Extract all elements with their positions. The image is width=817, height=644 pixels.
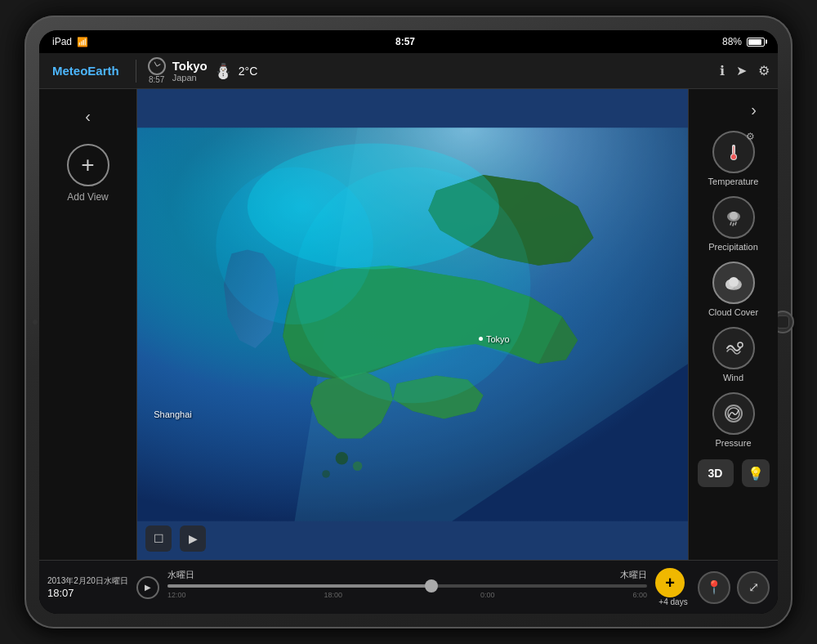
status-right: 88% [722,36,765,47]
map-bottom-controls: ☐ ▶ [145,525,206,552]
location-block: 8:57 Tokyo Japan ⛄ 2°C [148,57,712,84]
app-logo: MeteoEarth [47,64,124,78]
svg-line-16 [733,223,734,226]
next-button[interactable]: › [741,96,766,124]
wind-label: Wind [723,373,743,382]
days-label: +4 days [655,597,691,606]
play-icon: ▶ [145,583,151,592]
label-wednesday: 水曜日 [167,569,194,581]
timeline-ticks: 12:00 18:00 0:00 6:00 [167,591,647,599]
left-panel: ‹ + Add View [39,89,137,560]
map-svg [137,89,688,560]
logo-suffix: Earth [87,64,118,78]
battery-icon [747,38,765,47]
weather-option-cloud-cover[interactable]: Cloud Cover [697,258,770,320]
precipitation-icon [712,196,755,239]
timeline-slider[interactable] [167,584,647,588]
light-button[interactable]: 💡 [742,459,770,487]
add-view-button[interactable]: + Add View [67,144,109,203]
time-value: 18:07 [47,587,128,599]
pressure-icon [712,392,755,435]
timeline-labels: 水曜日 木曜日 [167,569,647,581]
play-button[interactable]: ▶ [136,576,159,599]
temperature-label: Temperature [708,177,759,186]
bottom-right-controls: 3D 💡 [690,459,778,487]
add-days-button[interactable]: + [655,568,685,597]
city-tokyo-label: Tokyo [486,334,510,344]
time-display: 2013年2月20日水曜日 18:07 [47,575,128,599]
map-area[interactable]: Tokyo Shanghai ☐ ▶ [137,89,688,560]
nav-divider [136,60,136,83]
svg-point-5 [322,470,330,478]
svg-point-4 [353,462,363,472]
cloud-cover-label: Cloud Cover [708,307,758,317]
weather-option-temperature[interactable]: ⚙ Temperature [697,127,770,190]
svg-point-21 [729,277,739,287]
pin-button[interactable]: 📍 [698,571,730,604]
clock-icon [148,57,166,75]
settings-button[interactable]: ⚙ [758,63,770,78]
status-left: iPad 📶 [52,36,88,47]
location-text: Tokyo Japan [172,59,208,83]
temperature: 2°C [239,65,258,78]
label-main-2: 木曜日 [620,569,647,581]
side-button[interactable] [33,320,38,324]
date-display: 2013年2月20日水曜日 [47,575,128,587]
cloud-cover-icon [712,262,755,304]
layers-button[interactable]: ☐ [145,525,172,552]
svg-point-22 [738,342,743,347]
gear-icon-temperature: ⚙ [746,131,755,142]
city-shanghai-label: Shanghai [154,409,192,419]
battery-percent: 88% [722,36,742,47]
tick-0: 0:00 [480,591,495,599]
city-name: Tokyo [172,59,208,73]
weather-icon: ⛄ [214,62,232,80]
precipitation-label: Precipitation [708,242,758,252]
nav-icons: ℹ ➤ ⚙ [720,63,770,78]
svg-line-15 [730,222,731,225]
nav-time: 8:57 [149,75,164,84]
svg-point-14 [730,212,738,220]
main-content: ‹ + Add View [39,89,778,560]
status-bar: iPad 📶 8:57 88% [39,30,778,53]
ipad-frame: iPad 📶 8:57 88% MeteoEarth 8:57 [25,16,792,628]
back-button[interactable]: ‹ [75,102,100,131]
top-nav: MeteoEarth 8:57 Tokyo Japan ⛄ 2°C ℹ [39,53,778,89]
city-shanghai: Shanghai [154,409,192,419]
logo-prefix: Meteo [52,64,87,78]
expand-button[interactable]: ⤢ [737,571,770,604]
add-view-label: Add View [67,191,108,203]
info-button[interactable]: ℹ [720,63,725,78]
temperature-icon: ⚙ [712,131,755,173]
timeline-track[interactable]: 水曜日 木曜日 12:00 18:00 0:00 6:00 [167,569,647,606]
ipad-label: iPad [52,36,72,47]
ipad-screen: iPad 📶 8:57 88% MeteoEarth 8:57 [39,30,778,614]
wifi-icon: 📶 [77,37,88,47]
weather-option-precipitation[interactable]: Precipitation [697,193,770,255]
map-play-button[interactable]: ▶ [180,525,206,552]
add-circle: + [67,144,109,186]
tick-6: 6:00 [632,591,647,599]
svg-line-17 [735,222,736,225]
svg-point-8 [248,144,499,270]
timeline-thumb[interactable] [425,579,438,593]
wind-icon [712,327,755,369]
weather-info: ⛄ 2°C [214,62,258,80]
label-main-1: 水曜日 [167,569,194,581]
location-button[interactable]: ➤ [736,63,747,78]
timeline-bar: 2013年2月20日水曜日 18:07 ▶ 水曜日 木曜日 [39,560,778,614]
weather-option-pressure[interactable]: Pressure [697,389,770,451]
clock-block: 8:57 [148,57,166,84]
timeline-right: + +4 days 📍 ⤢ [655,568,770,606]
add-days-icon: + [665,574,675,593]
city-tokyo: Tokyo [479,334,510,344]
weather-option-wind[interactable]: Wind [697,324,770,386]
svg-point-12 [731,154,736,159]
3d-button[interactable]: 3D [698,459,734,487]
svg-rect-11 [733,146,734,154]
right-panel: › ⚙ Temperature [688,89,778,560]
city-dot-tokyo [479,337,483,341]
svg-point-3 [336,452,348,464]
label-thursday: 木曜日 [620,569,647,581]
country-name: Japan [172,73,208,83]
